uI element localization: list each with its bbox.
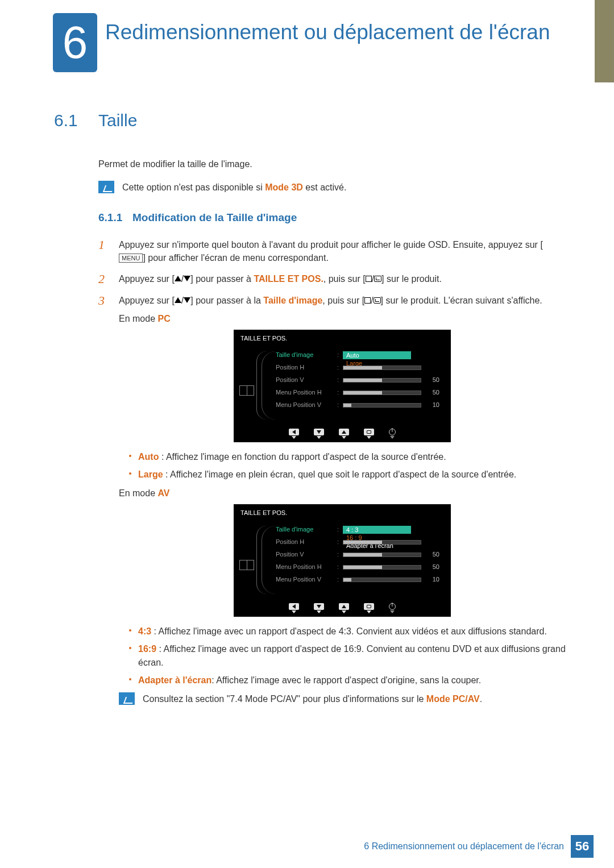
subsection-title: Modification de la Taille d'image [132, 211, 297, 223]
osd-row-label: Taille d'image [276, 525, 337, 534]
square-icon [364, 297, 371, 304]
bullet-large: Large : Affichez l'image en plein écran,… [119, 468, 566, 481]
osd-row-label: Menu Position H [276, 388, 337, 397]
osd-title: TAILLE ET POS. [234, 504, 451, 521]
bullets-pc: Auto : Affichez l'image en fonction du r… [119, 450, 566, 481]
highlight-av: AV [157, 488, 169, 498]
osd-rows-pc: Taille d'image:AutoLargePosition H:Posit… [276, 350, 439, 410]
osd-row: Menu Position V:10 [276, 400, 439, 410]
content: 6.1Taille Permet de modifier la taille d… [54, 111, 566, 729]
osd-row-label: Position V [276, 376, 337, 385]
osd-row: Menu Position V:10 [276, 575, 439, 585]
osd-nav-up-icon [339, 603, 349, 610]
osd-slider-bar [343, 378, 421, 383]
bullet-16-9: 16:9 : Affichez l'image avec un rapport … [119, 642, 566, 668]
up-arrow-icon [175, 276, 181, 281]
osd-row: Position V:50 [276, 375, 439, 385]
osd-nav-left-icon [289, 429, 299, 435]
step-1-body: Appuyez sur n'importe quel bouton à l'av… [119, 238, 566, 264]
enter-icon [374, 276, 381, 282]
osd-slider-bar [343, 540, 421, 545]
osd-slider-bar [343, 565, 421, 570]
bullet-4-3: 4:3 : Affichez l'image avec un rapport d… [119, 625, 566, 638]
section-body: Permet de modifier la taille de l'image.… [98, 157, 566, 721]
osd-slider-bar [343, 553, 421, 557]
osd-slider-value: 10 [426, 575, 439, 584]
step-number: 2 [98, 272, 109, 286]
note-1-text: Cette option n'est pas disponible si Mod… [122, 181, 346, 194]
osd-nav-enter-icon [364, 603, 374, 610]
note-1: Cette option n'est pas disponible si Mod… [98, 181, 566, 194]
osd-slider-value: 50 [426, 376, 439, 385]
osd-nav-enter-icon [364, 429, 374, 435]
highlight-mode-pcav: Mode PC/AV [426, 694, 480, 704]
osd-nav-up-icon [339, 429, 349, 435]
step-2-body: Appuyez sur [/] pour passer à TAILLE ET … [119, 272, 566, 286]
osd-nav-power-icon [389, 429, 396, 435]
osd-row-label: Menu Position H [276, 563, 337, 572]
note-2: Consultez la section "7.4 Mode PC/AV" po… [119, 692, 566, 705]
osd-slider-value: 50 [426, 388, 439, 397]
section-number: 6.1 [54, 111, 98, 130]
osd-layout-icon [239, 385, 254, 396]
osd-screenshot-pc: TAILLE ET POS. Taille d'image:AutoLargeP… [234, 330, 451, 442]
note-icon [98, 181, 114, 193]
osd-nav-left-icon [289, 603, 299, 610]
bullets-av: 4:3 : Affichez l'image avec un rapport d… [119, 625, 566, 687]
osd-slider-bar [343, 403, 421, 408]
osd-row: Position V:50 [276, 550, 439, 560]
osd-screenshot-av: TAILLE ET POS. Taille d'image:4 : 316 : … [234, 504, 451, 617]
osd-row-label: Position V [276, 550, 337, 559]
osd-slider-value: 50 [426, 563, 439, 572]
osd-slider-value: 50 [426, 550, 439, 559]
step-number: 1 [98, 238, 109, 264]
up-arrow-icon [175, 297, 181, 303]
osd-nav-bar [234, 426, 451, 438]
bullet-auto: Auto : Affichez l'image en fonction du r… [119, 450, 566, 463]
chapter-number-badge: 6 [53, 13, 97, 72]
osd-row-label: Menu Position V [276, 575, 337, 584]
subsection-heading: 6.1.1Modification de la Taille d'image [98, 210, 566, 226]
chapter-number: 6 [63, 16, 88, 69]
osd-slider-bar [343, 366, 421, 370]
osd-row: Menu Position H:50 [276, 562, 439, 572]
menu-button-label: MENU [119, 254, 143, 263]
osd-nav-down-icon [314, 603, 324, 610]
highlight-mode3d: Mode 3D [265, 182, 303, 192]
down-arrow-icon [184, 276, 190, 281]
mode-pc-line: En mode PC [119, 312, 566, 325]
footer-page-number: 56 [571, 835, 594, 858]
step-3-body: Appuyez sur [/] pour passer à la Taille … [119, 294, 566, 721]
note-2-text: Consultez la section "7.4 Mode PC/AV" po… [143, 692, 482, 705]
osd-layout-icon [239, 560, 254, 570]
osd-dropdown: 4 : 316 : 9Adapter à l'écran [343, 526, 411, 534]
footer: 6 Redimensionnement ou déplacement de l'… [364, 835, 594, 858]
osd-arc-decor [256, 351, 273, 420]
highlight-taille-image: Taille d'image [263, 296, 322, 305]
steps-list: 1 Appuyez sur n'importe quel bouton à l'… [98, 238, 566, 721]
step-3: 3 Appuyez sur [/] pour passer à la Taill… [98, 294, 566, 721]
osd-row-label: Taille d'image [276, 351, 337, 360]
step-number: 3 [98, 294, 109, 721]
step-2: 2 Appuyez sur [/] pour passer à TAILLE E… [98, 272, 566, 286]
chapter-title: Redimensionnement ou déplacement de l'éc… [105, 20, 550, 45]
osd-slider-bar [343, 578, 421, 582]
side-accent-bar [595, 0, 614, 82]
bullet-adapter: Adapter à l'écran: Affichez l'image avec… [119, 674, 566, 687]
note-icon [119, 692, 135, 705]
section-heading: 6.1Taille [54, 111, 566, 130]
step-1: 1 Appuyez sur n'importe quel bouton à l'… [98, 238, 566, 264]
osd-arc-decor [256, 526, 273, 594]
square-icon [366, 276, 372, 282]
intro-text: Permet de modifier la taille de l'image. [98, 157, 566, 171]
osd-nav-down-icon [314, 429, 324, 435]
osd-nav-power-wrap [389, 429, 396, 435]
osd-row: Menu Position H:50 [276, 388, 439, 398]
osd-dropdown: AutoLarge [343, 351, 411, 359]
osd-title: TAILLE ET POS. [234, 330, 451, 347]
enter-icon [374, 297, 381, 304]
down-arrow-icon [184, 297, 190, 303]
osd-slider-bar [343, 391, 421, 395]
footer-text: 6 Redimensionnement ou déplacement de l'… [364, 841, 564, 852]
osd-row: Taille d'image:AutoLarge [276, 350, 439, 360]
